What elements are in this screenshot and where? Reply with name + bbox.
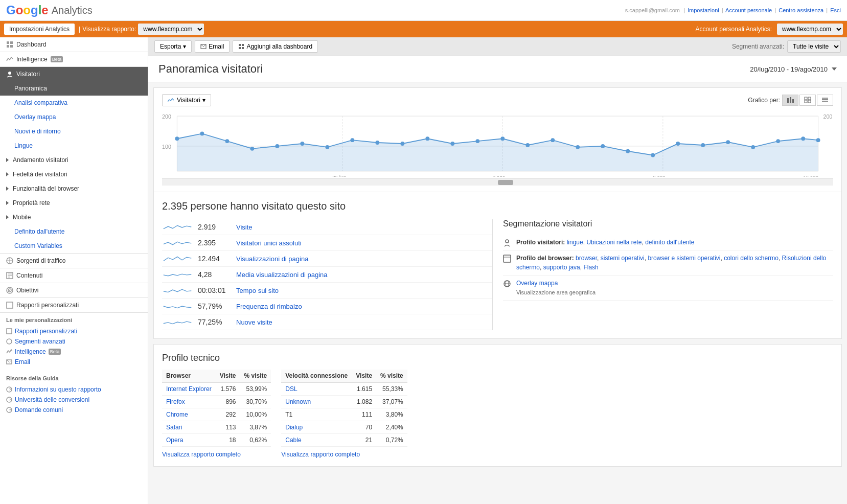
conn-name-link[interactable]: Dialup <box>285 424 303 431</box>
rimbalzo-link[interactable]: Frequenza di rimbalzo <box>236 303 302 310</box>
sidebar-item-analisi[interactable]: Analisi comparativa <box>0 96 148 110</box>
seg-sistemi-link[interactable]: sistemi operativi <box>601 255 645 262</box>
svg-rect-1 <box>10 41 13 44</box>
pers-rapporti-item[interactable]: Rapporti personalizzati <box>6 326 142 336</box>
account-domain-select[interactable]: www.flexcmp.com <box>777 24 843 35</box>
browser-view-complete-link[interactable]: Visualizza rapporto completo <box>162 451 241 458</box>
sidebar-item-sorgenti[interactable]: Sorgenti di traffico <box>0 254 148 268</box>
esci-link[interactable]: Esci <box>830 7 841 13</box>
analisi-link[interactable]: Analisi comparativa <box>14 99 67 106</box>
visite-label: Visite <box>236 223 253 231</box>
centro-assistenza-link[interactable]: Centro assistenza <box>779 7 823 13</box>
stat-row-nuove: 77,25% Nuove visite <box>162 314 492 330</box>
svg-point-80 <box>776 139 780 143</box>
pers-intelligence-item[interactable]: Intelligence Beta <box>6 347 142 357</box>
domain-select[interactable]: www.flexcmp.com <box>138 24 204 35</box>
seg-definito-link[interactable]: definito dall'utente <box>645 239 694 246</box>
sidebar-item-overlay[interactable]: Overlay mappa <box>0 110 148 124</box>
svg-text:100: 100 <box>162 144 171 150</box>
seg-ubicazioni-link[interactable]: Ubicazioni nella rete <box>586 239 642 246</box>
nuovi-link[interactable]: Nuovi e di ritorno <box>14 128 61 135</box>
dashboard-add-button[interactable]: Aggiungi alla dashboard <box>233 40 318 53</box>
date-range-text: 20/lug/2010 - 19/ago/2010 <box>750 65 828 73</box>
browser-name-link[interactable]: Firefox <box>166 398 185 405</box>
date-range[interactable]: 20/lug/2010 - 19/ago/2010 <box>750 65 837 73</box>
custom-link[interactable]: Custom Variables <box>14 242 62 249</box>
seg-java-link[interactable]: supporto java <box>543 264 580 271</box>
sidebar-item-obiettivi[interactable]: Obiettivi <box>0 283 148 297</box>
chart-view-bar-btn[interactable] <box>782 95 798 106</box>
sidebar-item-contenuti[interactable]: Contenuti <box>0 268 148 283</box>
sidebar-item-mobile[interactable]: Mobile <box>0 210 148 224</box>
media-value: 4,28 <box>198 270 231 279</box>
overlay-link[interactable]: Overlay mappa <box>14 113 56 121</box>
sidebar-item-intelligence[interactable]: Intelligence Beta <box>0 52 148 66</box>
seg-browser-sistemi-link[interactable]: browser e sistemi operativi <box>648 255 720 262</box>
segments-select[interactable]: Tutte le visite <box>787 40 841 53</box>
svg-point-69 <box>500 136 505 141</box>
sidebar-item-dashboard[interactable]: Dashboard <box>0 37 148 52</box>
guide-info-item[interactable]: ? Informazioni su questo rapporto <box>6 384 142 395</box>
sidebar-item-andamento[interactable]: Andamento visitatori <box>0 153 148 167</box>
export-button[interactable]: Esporta ▾ <box>154 40 192 53</box>
seg-flash-link[interactable]: Flash <box>583 264 598 271</box>
conn-pct-cell: 3,80% <box>376 408 407 421</box>
pers-segmenti-item[interactable]: Segmenti avanzati <box>6 336 142 347</box>
sidebar-item-proprieta[interactable]: Proprietà rete <box>0 196 148 210</box>
conn-visite-cell: 21 <box>352 434 376 447</box>
sidebar-item-funzionalita[interactable]: Funzionalità del browser <box>0 181 148 196</box>
sidebar-item-visitatori[interactable]: Visitatori <box>0 67 148 81</box>
svg-point-17 <box>7 339 12 344</box>
visitatori-link[interactable]: Visitatori unici assoluti <box>236 239 302 247</box>
chart-view-list-btn[interactable] <box>817 95 833 106</box>
seg-overlay-link[interactable]: Overlay mappa <box>516 280 558 287</box>
media-link[interactable]: Media visualizzazioni di pagina <box>236 271 328 279</box>
tempo-link[interactable]: Tempo sul sito <box>236 287 279 294</box>
sidebar-item-definito[interactable]: Definito dall'utente <box>0 224 148 239</box>
conn-name-link[interactable]: DSL <box>285 385 297 393</box>
sidebar-item-panoramica[interactable]: Panoramica <box>0 81 148 96</box>
lingue-link[interactable]: Lingue <box>14 142 33 149</box>
browser-name-link[interactable]: Internet Explorer <box>166 385 212 393</box>
guide-domande-item[interactable]: ? Domande comuni <box>6 405 142 415</box>
sidebar-item-fedelta[interactable]: Fedeltà dei visitatori <box>0 167 148 181</box>
chart-view-grid-btn[interactable] <box>799 95 816 106</box>
browser-col-header: Browser <box>162 370 216 382</box>
visite-link[interactable]: Visite <box>236 223 253 231</box>
definito-link[interactable]: Definito dall'utente <box>14 228 64 235</box>
sidebar-item-custom[interactable]: Custom Variables <box>0 239 148 253</box>
svg-rect-28 <box>239 47 241 49</box>
browser-name-link[interactable]: Opera <box>166 437 183 444</box>
visualizzazioni-value: 12.494 <box>198 255 231 263</box>
impostazioni-analytics-btn[interactable]: Impostazioni Analytics <box>4 24 75 35</box>
browser-name-link[interactable]: Chrome <box>166 411 188 418</box>
browser-name-link[interactable]: Safari <box>166 424 182 431</box>
sidebar-item-nuovi[interactable]: Nuovi e di ritorno <box>0 124 148 139</box>
nuove-link[interactable]: Nuove visite <box>236 318 272 326</box>
conn-name-link[interactable]: Unknown <box>285 398 311 405</box>
account-personale-link[interactable]: Account personale <box>725 7 772 13</box>
visualizzazioni-link[interactable]: Visualizzazioni di pagina <box>236 255 308 263</box>
chart-scrollbar-thumb[interactable] <box>498 180 513 185</box>
seg-browser-link[interactable]: browser <box>576 255 597 262</box>
conn-name-link[interactable]: Cable <box>285 437 301 444</box>
conn-view-complete-link[interactable]: Visualizza rapporto completo <box>281 451 360 458</box>
conn-name-cell: T1 <box>281 408 352 421</box>
seg-colori-link[interactable]: colori dello schermo <box>724 255 779 262</box>
chart-metric-button[interactable]: Visitatori ▾ <box>162 94 211 106</box>
mobile-label: Mobile <box>13 214 31 221</box>
guide-uni-item[interactable]: ? Università delle conversioni <box>6 395 142 405</box>
chart-scrollbar[interactable] <box>162 178 833 186</box>
personalizations-title: Le mie personalizzazioni <box>6 317 142 323</box>
stats-right: Segmentazione visitatori Profilo visitat… <box>492 219 833 330</box>
pers-email-item[interactable]: Email <box>6 357 142 367</box>
email-button[interactable]: Email <box>195 40 230 53</box>
impostazioni-link[interactable]: Impostazioni <box>688 7 719 13</box>
sidebar-item-lingue[interactable]: Lingue <box>0 139 148 153</box>
svg-text:2 ago: 2 ago <box>493 174 506 177</box>
seg-lingue-link[interactable]: lingue <box>567 239 583 246</box>
globe-icon <box>503 280 511 288</box>
sidebar-item-rapporti[interactable]: Rapporti personalizzati <box>0 298 148 312</box>
browser-pct-cell: 10,00% <box>240 408 271 421</box>
svg-point-61 <box>300 142 304 146</box>
